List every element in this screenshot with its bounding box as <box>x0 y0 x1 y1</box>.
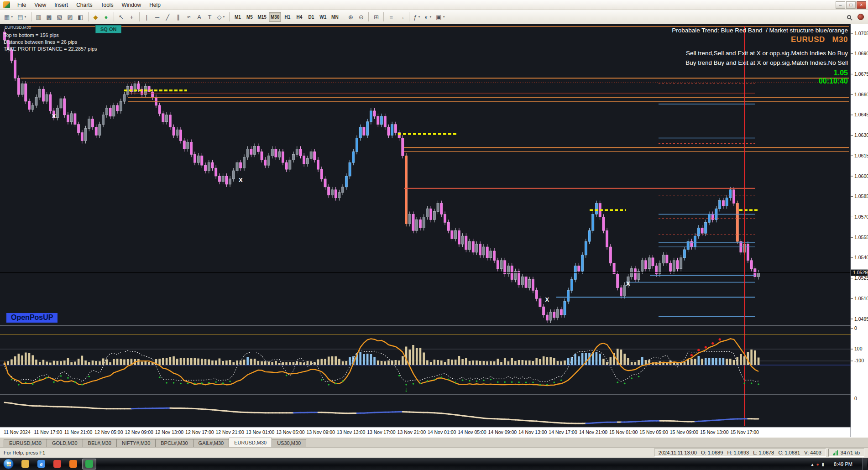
templates-button[interactable]: ▣▼ <box>434 12 447 22</box>
connection-bars-icon <box>833 450 838 455</box>
svg-text:13 Nov 21:00: 13 Nov 21:00 <box>397 429 426 435</box>
chart-tab-2[interactable]: BEL#,M30 <box>83 439 117 447</box>
timeframe-d1-button[interactable]: D1 <box>305 12 317 22</box>
toolbar-separator <box>343 12 343 21</box>
chart-area[interactable]: XXXX1.07051.06901.06751.06601.06451.0630… <box>0 24 868 437</box>
tray-show-hidden-icon[interactable]: ▴ <box>811 462 813 467</box>
taskbar-explorer-icon-glyph <box>21 460 29 468</box>
svg-text:0: 0 <box>854 325 857 331</box>
toolbar-separator <box>383 12 384 21</box>
magnifier-glyph <box>847 15 851 19</box>
data-window-button[interactable]: ▩ <box>44 12 54 22</box>
channel-button[interactable]: ∥ <box>173 12 183 22</box>
sq-on-button[interactable]: SQ ON <box>95 25 121 33</box>
taskbar-clock[interactable]: 8:49 PM <box>831 461 855 467</box>
dropdown-caret-icon: ▼ <box>24 16 27 18</box>
terminal-button[interactable]: ▨ <box>65 12 75 22</box>
taskbar-explorer-icon[interactable] <box>18 459 32 470</box>
timeframe-h4-button[interactable]: H4 <box>293 12 305 22</box>
chart-tab-7[interactable]: US30,M30 <box>272 439 306 447</box>
timeframe-h1-button[interactable]: H1 <box>282 12 293 22</box>
crosshair-button[interactable]: + <box>127 12 137 22</box>
arrows-button[interactable]: ◇▼ <box>215 12 227 22</box>
taskbar-firefox-icon[interactable] <box>66 459 80 470</box>
dropdown-caret-icon: ▼ <box>429 16 432 18</box>
vertical-line-button[interactable]: | <box>142 12 152 22</box>
timeframe-m1-button[interactable]: M1 <box>232 12 243 22</box>
taskbar-metatrader-icon[interactable] <box>82 459 96 470</box>
svg-text:X: X <box>626 280 630 287</box>
search-icon[interactable] <box>844 12 854 22</box>
fibonacci-button[interactable]: ≈ <box>184 12 194 22</box>
chart-tab-3[interactable]: NIFTY#,M30 <box>116 439 156 447</box>
horizontal-line-button[interactable]: ─ <box>152 12 162 22</box>
metatrader-window: FileViewInsertChartsToolsWindowHelp –□× … <box>0 0 868 470</box>
chart-tab-6[interactable]: EURUSD,M30 <box>229 438 272 447</box>
tray-icons: ▴●▮ <box>811 461 827 467</box>
toolbar-separator <box>114 12 114 21</box>
chart-tab-0[interactable]: EURUSD,M30 <box>4 439 47 447</box>
zoom-out-button[interactable]: ⊖ <box>356 12 366 22</box>
chart-shift-button[interactable]: → <box>397 12 407 22</box>
timeframe-mn-button[interactable]: MN <box>329 12 340 22</box>
timeframe-m15-button[interactable]: M15 <box>256 12 268 22</box>
taskbar-internet-explorer-icon[interactable]: e <box>34 459 48 470</box>
candle-ohlc-text: 2024.11.11 13:00 O: 1.0689 H: 1.0693 L: … <box>659 450 821 455</box>
toolbar: ▦▼▤▼▥▩▧▨◧◆●↖+|─╱∥≈AT◇▼M1M5M15M30H1H4D1W1… <box>0 10 868 24</box>
start-button[interactable] <box>3 459 14 469</box>
zoom-in-button[interactable]: ⊕ <box>345 12 356 22</box>
taskbar-chrome-icon[interactable] <box>50 459 64 470</box>
svg-text:15 Nov 17:00: 15 Nov 17:00 <box>730 429 759 435</box>
svg-text:1.0690: 1.0690 <box>854 51 868 56</box>
profiles-button[interactable]: ▤▼ <box>16 12 28 22</box>
periods-button[interactable]: ◐▼ <box>423 12 434 22</box>
svg-text:100: 100 <box>854 346 863 351</box>
svg-text:1.0705: 1.0705 <box>854 31 868 36</box>
cursor-button[interactable]: ↖ <box>116 12 126 22</box>
menu-item-window[interactable]: Window <box>118 0 146 10</box>
chart-tab-4[interactable]: BPCL#,M30 <box>155 439 193 447</box>
svg-text:13 Nov 09:00: 13 Nov 09:00 <box>307 429 335 435</box>
auto-scroll-button[interactable]: ≡ <box>386 12 396 22</box>
chart-canvas[interactable]: XXXX1.07051.06901.06751.06601.06451.0630… <box>0 24 868 437</box>
tray-network-icon[interactable]: ▮ <box>822 462 825 467</box>
text-label-button[interactable]: T <box>205 12 215 22</box>
indicators-button[interactable]: ƒ▼ <box>412 12 422 22</box>
timeframe-m30-button[interactable]: M30 <box>269 12 281 22</box>
svg-text:15 Nov 09:00: 15 Nov 09:00 <box>670 429 699 435</box>
timeframe-m5-button[interactable]: M5 <box>244 12 255 22</box>
text-button[interactable]: A <box>194 12 204 22</box>
market-watch-button[interactable]: ▥ <box>34 12 44 22</box>
tray-alert-icon[interactable]: ● <box>816 462 819 467</box>
chart-tab-1[interactable]: GOLD,M30 <box>47 439 83 447</box>
svg-text:1.0600: 1.0600 <box>854 173 868 179</box>
navigator-button[interactable]: ▧ <box>55 12 65 22</box>
menu-item-insert[interactable]: Insert <box>50 0 72 10</box>
maximize-button[interactable]: □ <box>846 1 856 9</box>
new-order-button[interactable]: ◆ <box>91 12 101 22</box>
autotrading-button[interactable]: ● <box>101 12 111 22</box>
menu-item-charts[interactable]: Charts <box>72 0 96 10</box>
trendline-button[interactable]: ╱ <box>163 12 173 22</box>
timeframe-w1-button[interactable]: W1 <box>317 12 329 22</box>
chart-tab-5[interactable]: GAIL#,M30 <box>193 439 230 447</box>
menu-item-help[interactable]: Help <box>145 0 165 10</box>
menu-item-tools[interactable]: Tools <box>97 0 118 10</box>
svg-text:12 Nov 13:00: 12 Nov 13:00 <box>155 429 184 435</box>
menu-item-view[interactable]: View <box>30 0 50 10</box>
close-button[interactable]: × <box>857 1 866 9</box>
minimize-button[interactable]: – <box>836 1 845 9</box>
show-desktop-button[interactable] <box>862 458 867 470</box>
tile-windows-button[interactable]: ⊞ <box>371 12 381 22</box>
svg-text:11 Nov 2024: 11 Nov 2024 <box>4 429 31 435</box>
toolbar-separator <box>409 12 409 21</box>
toolbar-right <box>844 12 866 22</box>
taskbar-chrome-icon-glyph <box>53 460 61 468</box>
strategy-tester-button[interactable]: ◧ <box>76 12 86 22</box>
record-icon[interactable] <box>858 14 864 20</box>
new-chart-button[interactable]: ▦▼ <box>2 12 15 22</box>
toolbar-separator <box>368 12 369 21</box>
time-axis: 11 Nov 202411 Nov 17:0011 Nov 21:0012 No… <box>4 429 759 435</box>
menu-item-file[interactable]: File <box>13 0 30 10</box>
svg-text:15 Nov 13:00: 15 Nov 13:00 <box>700 429 729 435</box>
